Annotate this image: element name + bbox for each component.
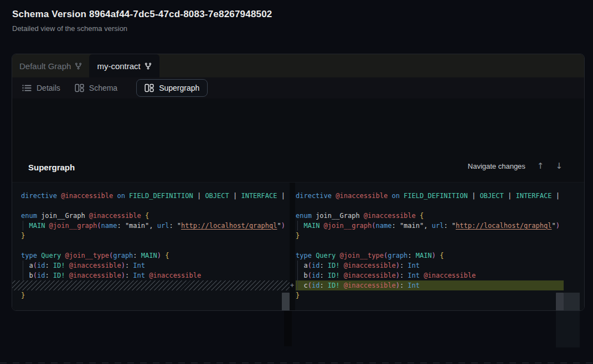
code-token: ( — [308, 272, 312, 279]
branch-icon — [75, 63, 82, 70]
code-line: a(id: ID! @inaccessible): Int — [296, 261, 561, 271]
code-token: : — [391, 222, 399, 230]
supergraph-panel: Supergraph Navigate changes ↑ ↓ directiv… — [12, 98, 584, 310]
code-token: INTERFACE — [241, 192, 277, 200]
diff-editor: directive @inaccessible on FIELD_DEFINIT… — [12, 182, 584, 311]
diff-editor-sash[interactable] — [290, 183, 295, 311]
code-token: http://localhost/graphql — [456, 222, 551, 230]
code-token: type — [296, 252, 312, 259]
subtab-schema[interactable]: Schema — [75, 84, 117, 92]
tab-label: my-contract — [97, 61, 140, 71]
code-token: @inaccessible — [336, 192, 388, 200]
code-token: @inaccessible — [69, 262, 121, 269]
code-token: : — [319, 272, 327, 279]
code-token: : — [400, 262, 408, 269]
subtab-details[interactable]: Details — [22, 84, 60, 92]
code-token — [336, 252, 339, 259]
navigate-up-button[interactable]: ↑ — [537, 161, 544, 171]
code-token: ) — [396, 272, 400, 279]
code-token: , — [424, 222, 431, 230]
code-token: FIELD_DEFINITION — [129, 192, 193, 200]
code-token — [416, 212, 420, 220]
code-token: ( — [308, 262, 312, 269]
code-token: MAIN — [416, 252, 432, 259]
tab-my-contract[interactable]: my-contract — [89, 54, 159, 77]
code-token: } — [296, 292, 300, 299]
code-line — [296, 201, 561, 211]
code-token: : — [117, 222, 125, 230]
code-token: @inaccessible — [344, 262, 396, 269]
code-token: { — [165, 252, 169, 259]
subtab-supergraph[interactable]: Supergraph — [136, 79, 208, 97]
editor-sash-overflow-strip — [284, 311, 292, 346]
code-token: name — [101, 222, 117, 230]
code-token: ( — [33, 272, 37, 279]
code-token: name — [376, 222, 392, 230]
code-token: ( — [308, 282, 312, 289]
code-token: ( — [97, 222, 101, 230]
code-token: : — [319, 262, 327, 269]
code-token: | — [277, 192, 284, 200]
page-title: Schema Version 8964af44-7dc5-47cd-8083-7… — [12, 9, 272, 20]
code-token: enum — [296, 212, 312, 220]
code-token: MAIN — [141, 252, 157, 259]
diff-filler-line — [12, 280, 290, 290]
minimap[interactable] — [564, 183, 580, 311]
code-line: } — [21, 290, 284, 300]
code-token — [21, 262, 29, 269]
code-line: enum join__Graph @inaccessible { — [21, 211, 284, 221]
code-token: enum — [21, 212, 37, 220]
code-token: Int — [408, 282, 420, 289]
code-token: MAIN — [303, 222, 319, 230]
code-token: ) — [121, 272, 125, 279]
code-token: directive — [21, 192, 57, 200]
code-token — [296, 222, 303, 230]
code-token: } — [21, 292, 25, 299]
code-line: directive @inaccessible on FIELD_DEFINIT… — [296, 191, 561, 201]
code-line: type Query @join__type(graph: MAIN) { — [296, 251, 561, 261]
code-line: MAIN @join__graph(name: "main", url: "ht… — [21, 221, 284, 231]
code-line: b(id: ID! @inaccessible): Int @inaccessi… — [296, 271, 561, 280]
code-line: enum join__Graph @inaccessible { — [296, 211, 561, 221]
code-line: } — [21, 231, 284, 241]
code-token: id — [312, 262, 319, 269]
code-token: : — [400, 282, 408, 289]
code-token: @join__graph — [49, 222, 97, 230]
code-token: | — [193, 192, 205, 200]
diff-added-line: c(id: ID! @inaccessible): Int — [296, 280, 564, 290]
added-line-plus-marker: + — [288, 280, 296, 290]
code-token: b — [303, 272, 307, 279]
right-pane-scrollbar[interactable] — [556, 293, 564, 311]
code-token: c — [303, 282, 307, 289]
tab-default-graph[interactable]: Default Graph — [12, 54, 89, 77]
code-token: "main" — [125, 222, 149, 230]
code-token: OBJECT — [205, 192, 229, 200]
left-pane-scrollbar[interactable] — [282, 293, 290, 311]
code-token: on — [117, 192, 125, 200]
code-token: ) — [121, 262, 125, 269]
code-line — [21, 241, 284, 251]
diff-pane-original[interactable]: directive @inaccessible on FIELD_DEFINIT… — [12, 183, 298, 311]
diff-pane-modified[interactable]: directive @inaccessible on FIELD_DEFINIT… — [295, 183, 584, 311]
page-subtitle: Detailed view of the schema version — [12, 24, 127, 33]
code-token: ID! — [328, 272, 340, 279]
code-token: id — [312, 282, 319, 289]
code-token: | — [229, 192, 241, 200]
code-token: : — [444, 222, 451, 230]
code-token — [340, 272, 344, 279]
code-token: | — [504, 192, 516, 200]
minimap-slider[interactable] — [564, 293, 580, 311]
schema-version-card: Default Graph my-contract — [12, 54, 585, 311]
code-token: : — [133, 252, 141, 259]
code-token: ID! — [328, 262, 340, 269]
code-token — [65, 272, 69, 279]
code-token: Int — [133, 262, 145, 269]
navigate-down-button[interactable]: ↓ — [555, 161, 563, 171]
code-token: " — [277, 222, 281, 230]
panel-heading: Supergraph — [28, 163, 75, 172]
code-token: FIELD_DEFINITION — [404, 192, 468, 200]
code-token: , — [149, 222, 157, 230]
code-token: | — [468, 192, 480, 200]
code-token — [45, 222, 49, 230]
code-token: ID! — [53, 262, 65, 269]
